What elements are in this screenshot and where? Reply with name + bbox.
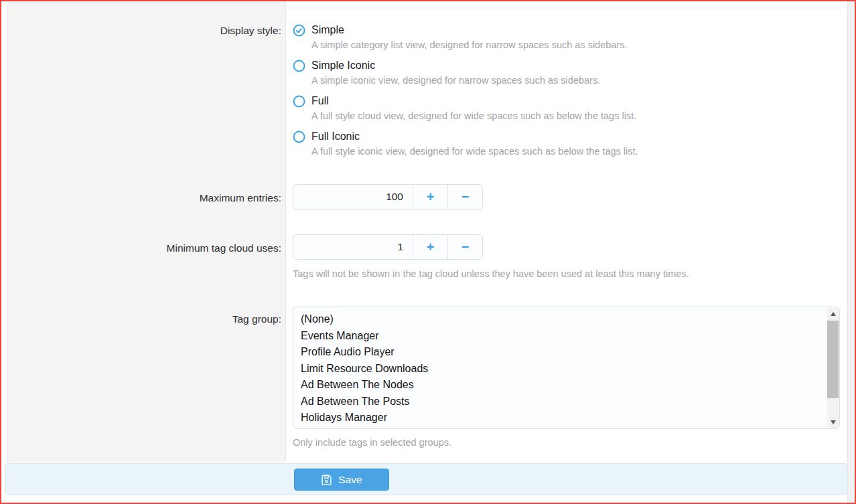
display-style-radio-group: Simple A simple category list view, desi… [293,23,829,165]
arrow-down-icon [831,420,836,424]
list-item[interactable]: (None) [301,311,839,328]
radio-label: Full [311,95,329,107]
tag-group-listbox[interactable]: (None) Events Manager Profile Audio Play… [293,307,840,429]
tag-group-help-text: Only include tags in selected groups. [293,437,451,448]
list-item[interactable]: Events Manager [301,328,839,345]
radio-option-simple-iconic: Simple Iconic A simple iconic view, desi… [293,58,829,86]
label-column [7,1,286,462]
radio-description: A simple iconic view, designed for narro… [311,75,829,86]
minimum-uses-decrement-button[interactable]: − [447,235,482,259]
maximum-entries-decrement-button[interactable]: − [447,185,482,209]
radio-label: Full Iconic [311,131,360,143]
maximum-entries-input[interactable] [293,185,413,209]
radio-unchecked-icon [293,131,305,143]
content-top-divider [287,9,841,9]
minimum-uses-input[interactable] [293,235,413,259]
scrollbar-thumb[interactable] [827,321,839,398]
radio-unchecked-icon [293,95,305,108]
radio-full[interactable]: Full [293,94,829,108]
maximum-entries-spinner: + − [293,184,483,209]
minimum-uses-label: Minimum tag cloud uses: [13,242,281,254]
save-button-label: Save [338,474,362,486]
settings-form: Display style: Maximum entries: Minimum … [1,1,855,503]
minimum-uses-help-text: Tags will not be shown in the tag cloud … [293,268,689,279]
list-item[interactable]: Ad Between The Nodes [301,377,839,394]
radio-description: A full style iconic view, designed for w… [311,146,829,157]
list-item-truncated[interactable]: Profile Video Widget [301,426,839,430]
list-item[interactable]: Limit Resource Downloads [301,361,839,377]
minimum-uses-increment-button[interactable]: + [413,235,447,259]
list-scrollbar[interactable] [827,308,839,428]
radio-checked-icon [293,24,305,37]
arrow-up-icon [831,312,836,316]
save-button[interactable]: Save [294,469,389,491]
maximum-entries-increment-button[interactable]: + [413,185,447,209]
scroll-down-button[interactable] [827,416,839,428]
radio-option-simple: Simple A simple category list view, desi… [293,23,829,50]
display-style-label: Display style: [13,25,281,37]
tag-group-options: (None) Events Manager Profile Audio Play… [293,307,839,429]
tag-group-label: Tag group: [13,313,281,325]
radio-simple-iconic[interactable]: Simple Iconic [293,58,829,73]
list-item[interactable]: Holidays Manager [301,410,839,426]
radio-simple[interactable]: Simple [293,23,829,37]
radio-unchecked-icon [293,60,305,72]
radio-option-full: Full A full style cloud view, designed f… [293,94,829,121]
minimum-uses-spinner: + − [293,234,483,260]
radio-label: Simple Iconic [311,60,375,72]
radio-label: Simple [311,24,344,36]
list-item[interactable]: Ad Between The Posts [301,394,839,410]
page-scrollbar[interactable] [847,1,855,503]
list-item[interactable]: Profile Audio Player [301,344,839,361]
radio-description: A full style cloud view, designed for wi… [311,110,829,121]
scroll-up-button[interactable] [827,308,839,319]
radio-description: A simple category list view, designed fo… [311,39,829,50]
maximum-entries-label: Maximum entries: [13,192,281,204]
save-floppy-icon [321,474,332,485]
form-footer: Save [5,463,847,495]
radio-full-iconic[interactable]: Full Iconic [293,129,829,144]
radio-option-full-iconic: Full Iconic A full style iconic view, de… [293,129,829,157]
